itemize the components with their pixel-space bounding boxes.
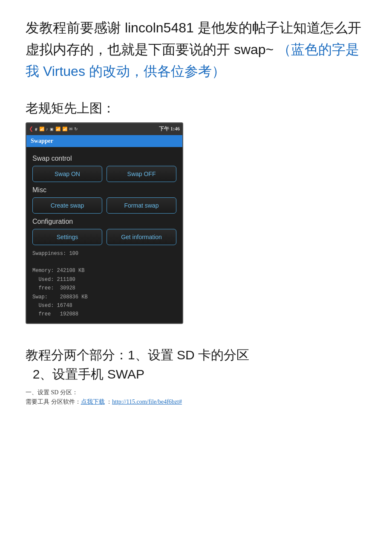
misc-buttons: Create swap Format swap [32,197,176,214]
app-title-text: Swapper [31,138,53,144]
download-link-1[interactable]: 点我下载 [81,399,105,405]
separator-text: ： [105,399,112,405]
signal3-icon: 📶 [62,127,67,131]
signal2-icon: 📶 [55,127,61,131]
app-content: Swap control Swap ON Swap OFF Misc Creat… [26,147,182,323]
format-swap-button[interactable]: Format swap [107,197,176,214]
status-time: 下午 1:46 [159,125,180,133]
signal-icon: 📶 [39,127,44,131]
sd-icon: ▣ [50,127,54,131]
swap-line-3: free 192088 [32,310,176,318]
bottom-section: 教程分两个部分：1、设置 SD 卡的分区 2、设置手机 SWAP 一、设置 SD… [26,345,366,406]
swap-line-1: Swap: 208836 KB [32,293,176,301]
memory-line-1: Memory: 242108 KB [32,266,176,275]
misc-label: Misc [32,186,176,194]
old-rules-title: 老规矩先上图： [26,100,366,117]
memory-line-2: Used: 211180 [32,275,176,284]
swap-control-label: Swap control [32,155,176,162]
status-bar: ❮ # 📶 ♪ ▣ 📶 📶 ✉ ↻ 下午 1:46 [26,123,182,135]
bottom-title-text: 教程分两个部分：1、设置 SD 卡的分区 [26,348,249,362]
sync-icon: ↻ [74,127,78,131]
tools-line: 需要工具 分区软件：点我下载 ：http://115.com/file/be4f… [26,398,366,406]
back-icon: ❮ [29,126,33,132]
get-information-button[interactable]: Get information [107,229,176,245]
memory-info-block: Swappiness: 100 Memory: 242108 KB Used: … [32,249,176,319]
create-swap-button[interactable]: Create swap [32,197,102,214]
swappiness-line: Swappiness: 100 [32,249,176,258]
step1-label: 一、设置 SD 分区： [26,389,366,396]
music-icon: ♪ [46,127,48,131]
swap-line-2: Used: 16748 [32,301,176,310]
swap-off-button[interactable]: Swap OFF [107,166,176,182]
bottom-title: 教程分两个部分：1、设置 SD 卡的分区 2、设置手机 SWAP [26,345,366,384]
tools-label-text: 需要工具 分区软件： [26,399,81,405]
phone-screenshot: ❮ # 📶 ♪ ▣ 📶 📶 ✉ ↻ 下午 1:46 Swapper Swap c… [26,122,183,324]
app-title-bar: Swapper [26,135,182,147]
mail-icon: ✉ [69,127,72,131]
bottom-subtitle-text: 2、设置手机 SWAP [26,367,144,381]
blank-line [32,258,176,266]
hash-icon: # [35,127,37,132]
status-bar-left: ❮ # 📶 ♪ ▣ 📶 📶 ✉ ↻ [29,126,78,132]
swap-on-button[interactable]: Swap ON [32,166,102,182]
configuration-label: Configuration [32,218,176,225]
settings-button[interactable]: Settings [32,229,102,245]
intro-paragraph: 发教程前要感谢 lincoln5481 是他发的帖子让知道怎么开虚拟内存的，也就… [26,17,366,83]
memory-line-3: free: 30928 [32,284,176,292]
configuration-buttons: Settings Get information [32,229,176,245]
download-link-2[interactable]: http://115.com/file/be4f6bzt# [112,399,182,405]
swap-control-buttons: Swap ON Swap OFF [32,166,176,182]
